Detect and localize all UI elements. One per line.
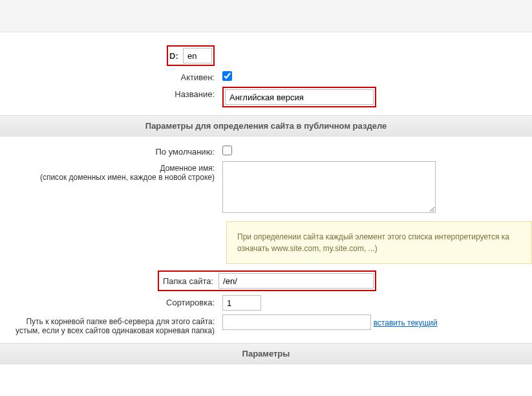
docroot-input[interactable] xyxy=(222,314,371,330)
section-params: Параметры xyxy=(0,343,532,364)
insert-current-link[interactable]: вставить текущий xyxy=(374,318,438,327)
domain-textarea[interactable] xyxy=(222,161,436,213)
name-label: Название: xyxy=(0,87,220,99)
sort-label: Сортировка: xyxy=(0,295,220,307)
default-checkbox[interactable] xyxy=(222,146,232,155)
domain-label: Доменное имя: (список доменных имен, каж… xyxy=(0,161,220,182)
section-public: Параметры для определения сайта в публич… xyxy=(0,115,532,137)
default-label: По умолчанию: xyxy=(0,144,220,157)
docroot-label: Путь к корневой папке веб-сервера для эт… xyxy=(0,314,220,335)
active-label: Активен: xyxy=(0,70,220,82)
folder-label: Папка сайта: xyxy=(160,276,218,286)
hint-box: При определении сайта каждый элемент это… xyxy=(226,221,532,264)
folder-input[interactable] xyxy=(218,273,374,289)
name-input[interactable] xyxy=(225,89,374,105)
id-label: D: xyxy=(0,43,220,66)
id-label-text: D: xyxy=(169,51,178,61)
id-input[interactable] xyxy=(183,48,212,63)
top-bar xyxy=(0,0,532,32)
active-checkbox[interactable] xyxy=(222,71,232,81)
sort-input[interactable] xyxy=(222,295,261,311)
